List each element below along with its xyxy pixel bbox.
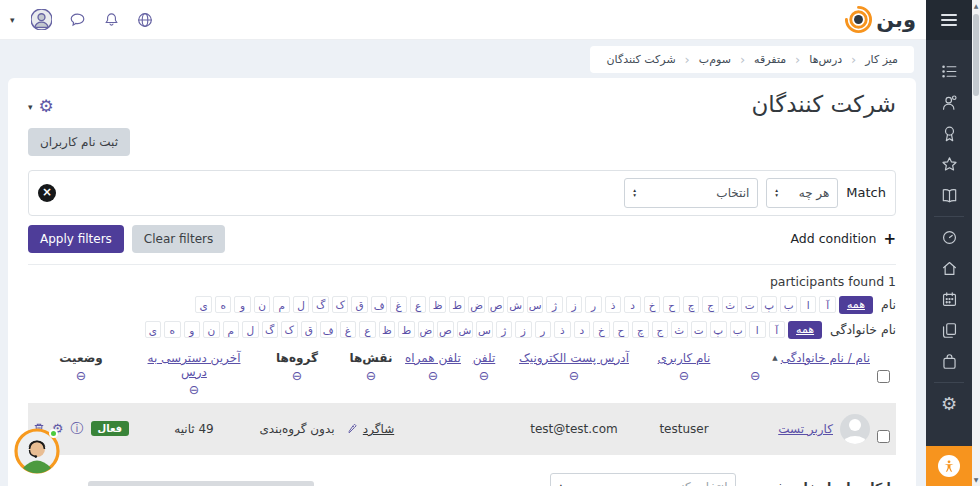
collapse-column-icon[interactable]: ⊖	[340, 368, 402, 383]
breadcrumb-participants[interactable]: شرکت کنندگان	[606, 53, 675, 66]
user-avatar[interactable]	[840, 414, 870, 444]
clear-filters-button[interactable]: Clear filters	[132, 225, 225, 253]
sortable-column-link[interactable]: تلفن همراه	[405, 351, 461, 365]
scroll-down-icon[interactable]: ▼	[972, 474, 980, 486]
user-menu-caret-icon[interactable]: ▾	[10, 15, 15, 25]
language-globe-icon[interactable]	[136, 11, 154, 29]
settings-nav-icon[interactable]: ⚙	[926, 388, 972, 419]
apply-filters-button[interactable]: Apply filters	[28, 225, 124, 253]
support-chat-widget[interactable]	[14, 428, 60, 474]
letter-filter[interactable]: ن	[254, 296, 271, 313]
notifications-bell-icon[interactable]	[103, 11, 120, 29]
page-scrollbar[interactable]: ▲ ▼	[972, 0, 980, 486]
letter-filter[interactable]: ش	[507, 296, 524, 313]
letter-filter[interactable]: ف	[371, 296, 388, 313]
letter-filter[interactable]: و	[234, 296, 251, 313]
letter-filter[interactable]: ا	[749, 321, 766, 338]
letter-filter[interactable]: م	[223, 321, 240, 338]
letter-filter[interactable]: ژ	[546, 296, 563, 313]
letter-filter[interactable]: ض	[468, 296, 485, 313]
match-type-select[interactable]: هر چه ▴▾	[766, 178, 838, 208]
participants-nav-icon[interactable]	[926, 87, 972, 118]
letter-filter[interactable]: ص	[437, 321, 454, 338]
scrollbar-thumb[interactable]	[973, 14, 979, 96]
accessibility-button[interactable]	[926, 446, 972, 486]
select-all-checkbox[interactable]	[877, 370, 890, 383]
letter-filter[interactable]: ق	[351, 296, 368, 313]
letter-filter[interactable]: ع	[410, 296, 427, 313]
collapse-column-icon[interactable]: ⊖	[504, 368, 644, 383]
user-avatar[interactable]	[31, 9, 52, 30]
collapse-column-icon[interactable]: ⊖	[134, 382, 254, 397]
letter-filter[interactable]: چ	[683, 296, 700, 313]
letter-filter[interactable]: ش	[457, 321, 474, 338]
messages-icon[interactable]	[68, 11, 87, 29]
files-nav-icon[interactable]	[926, 315, 972, 346]
letter-filter[interactable]: س	[476, 321, 493, 338]
badges-nav-icon[interactable]	[926, 118, 972, 149]
dashboard-nav-icon[interactable]	[926, 222, 972, 253]
content-bank-nav-icon[interactable]	[926, 346, 972, 377]
letter-filter[interactable]: ه	[215, 296, 232, 313]
enrolment-info-icon[interactable]: ⓘ	[71, 422, 84, 435]
letter-filter[interactable]: ث	[722, 296, 739, 313]
letter-filter[interactable]: ذ	[605, 296, 622, 313]
site-logo[interactable]: وبن	[844, 5, 916, 34]
letter-filter[interactable]: ر	[585, 296, 602, 313]
letter-filter[interactable]: ج	[652, 321, 669, 338]
letter-filter[interactable]: د	[574, 321, 591, 338]
breadcrumb-category[interactable]: متفرقه	[754, 53, 786, 66]
letter-filter[interactable]: ج	[702, 296, 719, 313]
letter-filter[interactable]: ل	[293, 296, 310, 313]
letter-filter[interactable]: ی	[145, 321, 162, 338]
user-profile-link[interactable]: کاربر تست	[778, 422, 833, 436]
home-nav-icon[interactable]	[926, 253, 972, 284]
firstname-all-button[interactable]: همه	[839, 296, 873, 314]
letter-filter[interactable]: ف	[320, 321, 337, 338]
letter-filter[interactable]: م	[273, 296, 290, 313]
sortable-column-link[interactable]: آدرس پست الکترونیک	[519, 351, 629, 365]
letter-filter[interactable]: ر	[535, 321, 552, 338]
letter-filter[interactable]: ق	[301, 321, 318, 338]
letter-filter[interactable]: ک	[281, 321, 298, 338]
letter-filter[interactable]: ت	[691, 321, 708, 338]
edit-roles-pencil-icon[interactable]	[348, 423, 359, 434]
lastname-all-button[interactable]: همه	[788, 321, 822, 339]
breadcrumb-course[interactable]: سوم‌ب	[699, 53, 731, 66]
letter-filter[interactable]: د	[624, 296, 641, 313]
collapse-column-icon[interactable]: ⊖	[644, 368, 724, 383]
letter-filter[interactable]: آ	[769, 321, 786, 338]
letter-filter[interactable]: ز	[515, 321, 532, 338]
scroll-up-icon[interactable]: ▲	[972, 0, 980, 12]
course-sections-icon[interactable]	[926, 56, 972, 87]
letter-filter[interactable]: ط	[398, 321, 415, 338]
breadcrumb-dashboard[interactable]: میز کار	[865, 53, 898, 66]
letter-filter[interactable]: ه	[164, 321, 181, 338]
filter-condition-select[interactable]: انتخاب ▴▾	[624, 178, 758, 208]
letter-filter[interactable]: ن	[203, 321, 220, 338]
sortable-column-link[interactable]: آخرین دسترسی به درس	[148, 351, 241, 379]
collapse-column-icon[interactable]: ⊖	[402, 368, 464, 383]
letter-filter[interactable]: خ	[644, 296, 661, 313]
letter-filter[interactable]: گ	[312, 296, 329, 313]
remove-filter-button[interactable]: ×	[38, 184, 56, 202]
row-checkbox[interactable]	[877, 430, 890, 443]
letter-filter[interactable]: ض	[418, 321, 435, 338]
letter-filter[interactable]: ک	[332, 296, 349, 313]
actions-menu-button[interactable]: ⚙ ▾	[28, 98, 54, 115]
letter-filter[interactable]: چ	[632, 321, 649, 338]
collapse-column-icon[interactable]: ⊖	[464, 368, 504, 383]
letter-filter[interactable]: ح	[663, 296, 680, 313]
letter-filter[interactable]: پ	[710, 321, 727, 338]
sortable-column-link[interactable]: نام / نام خانوادگی	[781, 351, 870, 365]
collapse-column-icon[interactable]: ⊖	[254, 368, 340, 383]
role-link[interactable]: شاگرد	[363, 422, 394, 436]
letter-filter[interactable]: س	[527, 296, 544, 313]
breadcrumb-courses[interactable]: درس‌ها	[809, 53, 842, 66]
letter-filter[interactable]: غ	[390, 296, 407, 313]
letter-filter[interactable]: و	[184, 321, 201, 338]
letter-filter[interactable]: گ	[262, 321, 279, 338]
letter-filter[interactable]: ح	[613, 321, 630, 338]
grades-nav-icon[interactable]	[926, 180, 972, 211]
letter-filter[interactable]: آ	[819, 296, 836, 313]
